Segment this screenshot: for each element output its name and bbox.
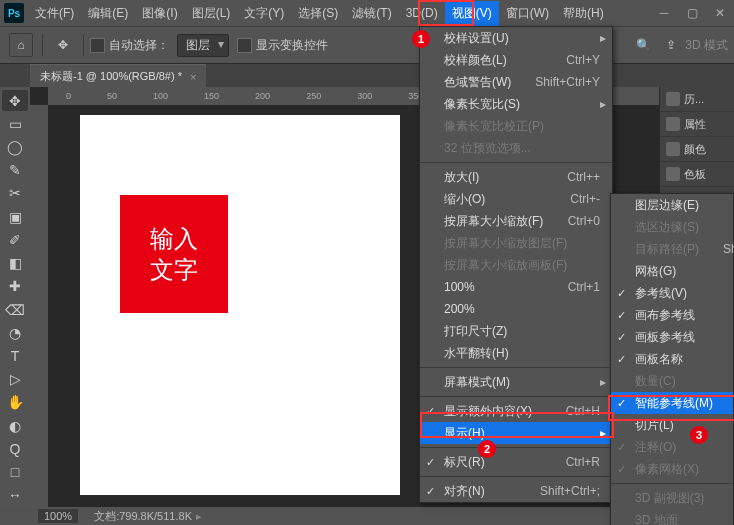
menu-item[interactable]: 打印尺寸(Z) [420, 320, 612, 342]
tool-quickmask[interactable]: Q [2, 438, 28, 459]
tool-frame[interactable]: ▣ [2, 206, 28, 227]
tool-crop[interactable]: ✂ [2, 183, 28, 204]
swatches-icon [666, 167, 680, 181]
tool-screen[interactable]: □ [2, 462, 28, 483]
submenu-item: 目标路径(P)Shift+ [611, 238, 733, 260]
tool-gradient[interactable]: ◔ [2, 322, 28, 343]
auto-select-checkbox[interactable] [90, 38, 105, 53]
minimize-icon[interactable]: ─ [650, 0, 678, 26]
tool-move[interactable]: ✥ [2, 90, 28, 111]
menu-view[interactable]: 视图(V) [445, 1, 499, 26]
tool-heal[interactable]: ◧ [2, 253, 28, 274]
submenu-item[interactable]: ✓画板名称 [611, 348, 733, 370]
tool-zoom[interactable]: ◐ [2, 415, 28, 436]
submenu-item: 3D 副视图(3) [611, 487, 733, 509]
history-icon [666, 92, 680, 106]
submenu-item: ✓像素网格(X) [611, 458, 733, 480]
tool-wand[interactable]: ✎ [2, 160, 28, 181]
menubar: Ps 文件(F) 编辑(E) 图像(I) 图层(L) 文字(Y) 选择(S) 滤… [0, 0, 734, 26]
ps-logo: Ps [4, 3, 24, 23]
menu-item: 像素长宽比校正(P) [420, 115, 612, 137]
menu-item[interactable]: 校样颜色(L)Ctrl+Y [420, 49, 612, 71]
search-icon[interactable]: 🔍 [632, 34, 654, 56]
menu-item: 按屏幕大小缩放图层(F) [420, 232, 612, 254]
menu-item[interactable]: 缩小(O)Ctrl+- [420, 188, 612, 210]
menu-item[interactable]: 200% [420, 298, 612, 320]
document-tabs: 未标题-1 @ 100%(RGB/8#) * × [0, 64, 734, 88]
canvas[interactable]: 输入 文字 [80, 115, 400, 495]
menu-file[interactable]: 文件(F) [28, 1, 81, 26]
menu-item[interactable]: 水平翻转(H) [420, 342, 612, 364]
menu-item[interactable]: 100%Ctrl+1 [420, 276, 612, 298]
view-menu-dropdown: 校样设置(U)校样颜色(L)Ctrl+Y色域警告(W)Shift+Ctrl+Y像… [419, 26, 613, 503]
panel-history[interactable]: 历... [660, 87, 734, 112]
doc-tab[interactable]: 未标题-1 @ 100%(RGB/8#) * × [30, 64, 206, 88]
options-bar: ⌂ ✥ 自动选择： 图层 显示变换控件 🔍 ⇪ 3D 模式 [0, 26, 734, 64]
menu-layer[interactable]: 图层(L) [185, 1, 238, 26]
close-tab-icon[interactable]: × [190, 71, 196, 83]
menu-type[interactable]: 文字(Y) [237, 1, 291, 26]
submenu-item[interactable]: ✓画布参考线 [611, 304, 733, 326]
submenu-item: ✓注释(O) [611, 436, 733, 458]
tool-hand[interactable]: ✋ [2, 392, 28, 413]
menu-window[interactable]: 窗口(W) [499, 1, 556, 26]
submenu-item[interactable]: ✓智能参考线(M) [611, 392, 733, 414]
tool-eraser[interactable]: ⌫ [2, 299, 28, 320]
panel-properties[interactable]: 属性 [660, 112, 734, 137]
close-icon[interactable]: ✕ [706, 0, 734, 26]
menu-help[interactable]: 帮助(H) [556, 1, 611, 26]
menu-filter[interactable]: 滤镜(T) [345, 1, 398, 26]
chevron-right-icon[interactable]: ▸ [196, 510, 202, 523]
move-tool-icon[interactable]: ✥ [52, 34, 74, 56]
menu-item[interactable]: 校样设置(U) [420, 27, 612, 49]
menu-3d[interactable]: 3D(D) [399, 2, 445, 24]
menu-image[interactable]: 图像(I) [135, 1, 184, 26]
tool-brush[interactable]: ✚ [2, 276, 28, 297]
panel-swatches[interactable]: 色板 [660, 162, 734, 187]
submenu-item[interactable]: 切片(L) [611, 414, 733, 436]
text-layer[interactable]: 输入 文字 [120, 195, 228, 313]
menu-select[interactable]: 选择(S) [291, 1, 345, 26]
menu-item[interactable]: 屏幕模式(M) [420, 371, 612, 393]
menu-item[interactable]: ✓对齐(N)Shift+Ctrl+; [420, 480, 612, 502]
home-icon[interactable]: ⌂ [9, 33, 33, 57]
submenu-item[interactable]: 图层边缘(E) [611, 194, 733, 216]
tool-type[interactable]: T [2, 345, 28, 366]
menu-item[interactable]: ✓标尺(R)Ctrl+R [420, 451, 612, 473]
submenu-item: 3D 地面 [611, 509, 733, 525]
doc-tab-title: 未标题-1 @ 100%(RGB/8#) * [40, 69, 182, 84]
menu-item[interactable]: 显示(H) [420, 422, 612, 444]
submenu-item: 选区边缘(S) [611, 216, 733, 238]
show-submenu: 图层边缘(E)选区边缘(S)目标路径(P)Shift+网格(G)✓参考线(V)✓… [610, 193, 734, 525]
mode-3d-label: 3D 模式 [685, 37, 728, 54]
menu-item[interactable]: 按屏幕大小缩放(F)Ctrl+0 [420, 210, 612, 232]
tool-swap[interactable]: ↔ [2, 485, 28, 506]
maximize-icon[interactable]: ▢ [678, 0, 706, 26]
submenu-item[interactable]: ✓参考线(V) [611, 282, 733, 304]
menu-item: 32 位预览选项... [420, 137, 612, 159]
show-transform-checkbox[interactable] [237, 38, 252, 53]
show-transform-label: 显示变换控件 [256, 37, 328, 54]
submenu-item: 数量(C) [611, 370, 733, 392]
ruler-vertical [30, 105, 48, 507]
tool-lasso[interactable]: ◯ [2, 136, 28, 157]
menu-item[interactable]: 色域警告(W)Shift+Ctrl+Y [420, 71, 612, 93]
menu-item[interactable]: 像素长宽比(S) [420, 93, 612, 115]
menu-item[interactable]: 放大(I)Ctrl++ [420, 166, 612, 188]
auto-select-target[interactable]: 图层 [177, 34, 229, 57]
marker-1: 1 [412, 30, 430, 48]
tool-marquee[interactable]: ▭ [2, 113, 28, 134]
panel-color[interactable]: 颜色 [660, 137, 734, 162]
zoom-level[interactable]: 100% [38, 509, 78, 523]
window-controls: ─ ▢ ✕ [650, 0, 734, 26]
tool-path[interactable]: ▷ [2, 369, 28, 390]
tool-eyedropper[interactable]: ✐ [2, 229, 28, 250]
marker-3: 3 [690, 426, 708, 444]
share-icon[interactable]: ⇪ [660, 34, 682, 56]
submenu-item[interactable]: 网格(G) [611, 260, 733, 282]
color-icon [666, 142, 680, 156]
menu-item[interactable]: ✓显示额外内容(X)Ctrl+H [420, 400, 612, 422]
submenu-item[interactable]: ✓画板参考线 [611, 326, 733, 348]
doc-size: 文档:799.8K/511.8K [94, 509, 192, 524]
menu-edit[interactable]: 编辑(E) [81, 1, 135, 26]
